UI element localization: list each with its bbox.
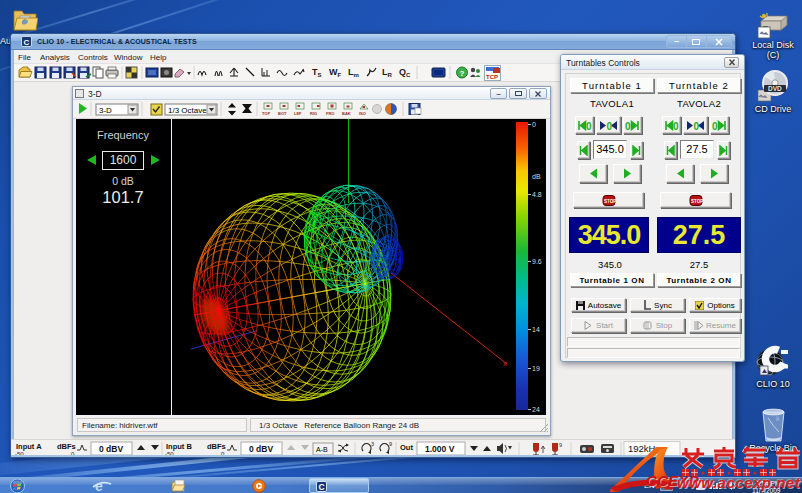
- svg-text:A-B: A-B: [316, 446, 328, 453]
- svg-text:LR: LR: [382, 67, 393, 78]
- svg-text:QC: QC: [399, 67, 411, 78]
- svg-text:DVD: DVD: [768, 85, 782, 92]
- svg-text:0 dBV: 0 dBV: [249, 444, 273, 454]
- svg-text:STOP: STOP: [691, 198, 703, 203]
- svg-text:1.000 V: 1.000 V: [425, 444, 455, 454]
- svg-text:3-D: 3-D: [99, 106, 112, 115]
- svg-text:TCP: TCP: [486, 74, 498, 80]
- svg-text:19: 19: [532, 365, 540, 372]
- svg-text:9: 9: [389, 441, 392, 447]
- svg-text:0: 0: [694, 120, 700, 131]
- svg-text:RIG: RIG: [310, 111, 317, 116]
- svg-text:STOP: STOP: [604, 198, 616, 203]
- svg-text:24: 24: [532, 406, 540, 413]
- svg-text:9.6: 9.6: [532, 258, 542, 265]
- svg-text:ISO: ISO: [359, 111, 366, 116]
- svg-text:LEF: LEF: [294, 111, 302, 116]
- svg-text:1/3 Octave: 1/3 Octave: [168, 106, 207, 115]
- svg-text:BOT: BOT: [278, 111, 287, 116]
- svg-text:0: 0: [625, 120, 631, 131]
- svg-text:x: x: [503, 359, 507, 368]
- svg-text:WF: WF: [329, 67, 342, 78]
- svg-text:Out: Out: [400, 443, 413, 452]
- svg-text:FRO: FRO: [326, 111, 334, 116]
- svg-text:3: 3: [371, 441, 374, 447]
- svg-text:TOP: TOP: [262, 111, 270, 116]
- svg-text:?: ?: [460, 69, 465, 78]
- svg-text:4.8: 4.8: [532, 191, 542, 198]
- svg-text:Lm: Lm: [348, 67, 359, 78]
- svg-text:0: 0: [532, 121, 536, 128]
- svg-text:0: 0: [673, 120, 679, 131]
- svg-text:BAK: BAK: [342, 111, 351, 116]
- svg-text:0: 0: [607, 120, 613, 131]
- svg-text:0: 0: [712, 120, 718, 131]
- svg-text:0 dBV: 0 dBV: [99, 444, 123, 454]
- svg-text:dB: dB: [532, 173, 541, 180]
- svg-text:TS: TS: [312, 67, 322, 78]
- svg-text:14: 14: [532, 326, 540, 333]
- svg-text:0: 0: [586, 120, 592, 131]
